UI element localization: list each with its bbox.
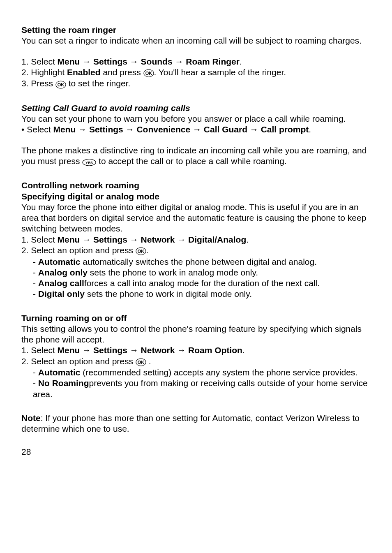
automatic-label: Automatic bbox=[38, 257, 81, 266]
opt-digital-only: - Digital only sets the phone to work in… bbox=[21, 289, 371, 299]
step2: 2. Highlight Enabled and press OK. You'l… bbox=[21, 67, 371, 79]
roam-ringer-label: Roam Ringer bbox=[186, 57, 240, 66]
digital-only-label: Digital only bbox=[38, 289, 85, 298]
opt-automatic: - Automatic automatically switches the p… bbox=[21, 257, 371, 267]
heading-controlling: Controlling network roaming bbox=[21, 180, 371, 191]
svg-text:YES: YES bbox=[85, 161, 93, 165]
svg-text:OK: OK bbox=[145, 71, 152, 76]
bullet-call-guard: • Select Menu → Settings → Convenience →… bbox=[21, 124, 371, 135]
text: 1. Select bbox=[21, 345, 58, 355]
settings-label: Settings bbox=[89, 125, 123, 134]
opt-no-roaming: - No Roamingprevents you from making or … bbox=[21, 378, 371, 400]
note-label: Note bbox=[21, 413, 41, 423]
heading-digital-analog: Specifying digital or analog mode bbox=[21, 191, 371, 202]
intro-call-guard: You can set your phone to warn you befor… bbox=[21, 113, 371, 124]
opt-analog-call: - Analog callforces a call into analog m… bbox=[21, 278, 371, 289]
svg-text:OK: OK bbox=[58, 82, 65, 87]
step2-roam: 2. Select an option and press OK . bbox=[21, 356, 371, 368]
settings-label: Settings bbox=[93, 235, 127, 244]
text: . bbox=[242, 345, 245, 355]
arrow-icon: → bbox=[80, 345, 93, 355]
svg-text:OK: OK bbox=[138, 249, 145, 254]
network-label: Network bbox=[141, 235, 175, 244]
heading-roam-ringer: Setting the roam ringer bbox=[21, 25, 371, 35]
intro-roaming-onoff: This setting allows you to control the p… bbox=[21, 324, 371, 345]
menu-label: Menu bbox=[58, 235, 80, 244]
arrow-icon: → bbox=[247, 125, 261, 134]
text: sets the phone to work in analog mode on… bbox=[88, 268, 258, 277]
arrow-icon: → bbox=[123, 125, 137, 134]
section-roaming-onoff: Turning roaming on or off This setting a… bbox=[21, 313, 371, 400]
para-call-guard: The phone makes a distinctive ring to in… bbox=[21, 145, 371, 167]
menu-label: Menu bbox=[58, 345, 80, 355]
text: 3. Press bbox=[21, 79, 55, 88]
text: 2. Select an option and press bbox=[21, 356, 136, 366]
step1-da: 1. Select Menu → Settings → Network → Di… bbox=[21, 234, 371, 245]
dash: - bbox=[33, 278, 38, 288]
dash: - bbox=[33, 289, 38, 298]
no-roaming-label: No Roaming bbox=[38, 378, 89, 388]
text: . bbox=[240, 57, 242, 66]
ok-button-icon: OK bbox=[136, 245, 146, 256]
arrow-icon: → bbox=[175, 345, 188, 355]
intro-digital-analog: You may force the phone into either digi… bbox=[21, 202, 371, 234]
opt-analog-only: - Analog only sets the phone to work in … bbox=[21, 267, 371, 278]
text: • Select bbox=[21, 125, 53, 134]
yes-button-icon: YES bbox=[82, 156, 96, 167]
heading-call-guard: Setting Call Guard to avoid roaming call… bbox=[21, 103, 371, 113]
text: (recommended setting) accepts any system… bbox=[81, 368, 358, 377]
network-label: Network bbox=[141, 345, 175, 355]
roam-option-label: Roam Option bbox=[188, 345, 242, 355]
arrow-icon: → bbox=[175, 235, 188, 244]
arrow-icon: → bbox=[190, 125, 204, 134]
arrow-icon: → bbox=[127, 235, 141, 244]
text: automatically switches the phone between… bbox=[81, 257, 317, 266]
ok-button-icon: OK bbox=[143, 67, 154, 78]
analog-call-label: Analog call bbox=[38, 278, 84, 288]
svg-text:OK: OK bbox=[138, 360, 145, 365]
text: 2. Highlight bbox=[21, 67, 67, 77]
text: to accept the call or to place a call wh… bbox=[96, 156, 286, 166]
arrow-icon: → bbox=[76, 125, 89, 134]
digital-analog-label: Digital/Analog bbox=[188, 235, 246, 244]
dash: - bbox=[33, 378, 38, 388]
ok-button-icon: OK bbox=[55, 79, 66, 90]
text: forces a call into analog mode for the d… bbox=[84, 278, 320, 288]
call-guard-label: Call Guard bbox=[204, 125, 247, 134]
step2-da: 2. Select an option and press OK. bbox=[21, 245, 371, 257]
text: . bbox=[309, 125, 311, 134]
text: . You'll hear a sample of the ringer. bbox=[154, 67, 286, 77]
text: sets the phone to work in digital mode o… bbox=[85, 289, 252, 298]
settings-label: Settings bbox=[93, 345, 127, 355]
arrow-icon: → bbox=[80, 57, 93, 66]
text: . bbox=[146, 245, 149, 255]
step3: 3. Press OK to set the ringer. bbox=[21, 78, 371, 90]
enabled-label: Enabled bbox=[67, 67, 101, 77]
intro-roam-ringer: You can set a ringer to indicate when an… bbox=[21, 35, 371, 46]
automatic-label: Automatic bbox=[38, 368, 81, 377]
step1: 1. Select Menu → Settings → Sounds → Roa… bbox=[21, 56, 371, 67]
note: Note: If your phone has more than one se… bbox=[21, 413, 371, 435]
convenience-label: Convenience bbox=[136, 125, 190, 134]
call-prompt-label: Call prompt bbox=[261, 125, 309, 134]
analog-only-label: Analog only bbox=[38, 268, 88, 277]
arrow-icon: → bbox=[127, 345, 141, 355]
section-call-guard: Setting Call Guard to avoid roaming call… bbox=[21, 103, 371, 167]
text: and press bbox=[101, 67, 143, 77]
menu-label: Menu bbox=[53, 125, 76, 134]
opt-automatic-roam: - Automatic (recommended setting) accept… bbox=[21, 367, 371, 378]
page-number: 28 bbox=[21, 447, 371, 457]
text: . bbox=[146, 356, 151, 366]
step1-roam: 1. Select Menu → Settings → Network → Ro… bbox=[21, 345, 371, 356]
ok-button-icon: OK bbox=[136, 356, 146, 367]
arrow-icon: → bbox=[173, 57, 186, 66]
text: . bbox=[246, 235, 249, 244]
text: 1. Select bbox=[21, 235, 58, 244]
text: to set the ringer. bbox=[66, 79, 130, 88]
dash: - bbox=[33, 368, 38, 377]
section-roam-ringer: Setting the roam ringer You can set a ri… bbox=[21, 25, 371, 90]
sounds-label: Sounds bbox=[141, 57, 173, 66]
settings-label: Settings bbox=[93, 57, 127, 66]
arrow-icon: → bbox=[127, 57, 141, 66]
arrow-icon: → bbox=[80, 235, 93, 244]
